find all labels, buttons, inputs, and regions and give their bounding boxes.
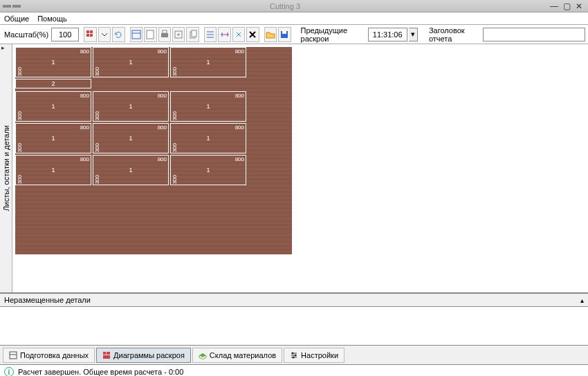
close-button[interactable]: ✕: [574, 1, 584, 11]
svg-rect-2: [86, 34, 89, 37]
cut-piece[interactable]: 1800300: [15, 123, 91, 153]
svg-rect-8: [163, 30, 167, 33]
export-icon[interactable]: [172, 27, 185, 42]
status-bar: i Расчет завершен. Общее время расчета -…: [0, 365, 588, 376]
cut-piece[interactable]: 1800300: [93, 155, 169, 185]
delete-icon[interactable]: [246, 27, 259, 42]
svg-rect-11: [192, 30, 196, 37]
status-text: Расчет завершен. Общее время расчета - 0…: [18, 368, 183, 376]
svg-rect-7: [161, 33, 168, 37]
menubar: Общие Помощь: [0, 12, 588, 25]
bottom-tabs: Подготовка данных Диаграммы раскроя Скла…: [0, 346, 588, 365]
time-dropdown[interactable]: ▾: [409, 28, 418, 41]
svg-rect-0: [86, 30, 89, 33]
info-icon: i: [4, 367, 14, 376]
report-title-input[interactable]: [483, 28, 585, 41]
time-display: 11:31:06: [368, 28, 407, 41]
previous-cuts-label: Предыдущие раскрои: [298, 26, 367, 43]
svg-point-30: [293, 356, 295, 358]
cut-piece[interactable]: 2: [15, 79, 91, 88]
cut-piece[interactable]: 1800300: [170, 91, 246, 122]
collapse-arrow-icon[interactable]: ▴: [580, 297, 584, 304]
print-icon[interactable]: [158, 27, 171, 42]
copy-icon[interactable]: [186, 27, 199, 42]
cut-piece[interactable]: 1800300: [170, 155, 246, 185]
tab-settings[interactable]: Настройки: [284, 348, 344, 363]
main-area: ▸ Листы, остатки и детали 18003001800300…: [0, 44, 588, 293]
svg-rect-4: [132, 30, 140, 39]
measure-icon[interactable]: [218, 27, 230, 42]
svg-rect-20: [10, 352, 17, 359]
cut-piece[interactable]: 1800300: [15, 155, 91, 185]
unplaced-title: Неразмещенные детали: [4, 296, 91, 304]
open-icon[interactable]: [264, 27, 277, 42]
svg-rect-1: [90, 30, 93, 33]
material-sheet[interactable]: 1800300180030018003002180030018003001800…: [15, 47, 292, 254]
titlebar: Cutting 3 — ▢ ✕: [0, 0, 588, 12]
refresh-icon[interactable]: [112, 27, 125, 42]
tab-cutting-diagrams[interactable]: Диаграммы раскроя: [96, 348, 191, 363]
rotate-icon[interactable]: [232, 27, 245, 42]
cut-piece[interactable]: 1800300: [15, 47, 91, 77]
side-panel-label: Листы, остатки и детали: [2, 121, 10, 215]
cutting-canvas[interactable]: 1800300180030018003002180030018003001800…: [12, 44, 588, 292]
menu-help[interactable]: Помощь: [37, 15, 67, 23]
dropdown-icon[interactable]: [98, 27, 111, 42]
cut-piece[interactable]: 1800300: [93, 91, 169, 122]
minimize-button[interactable]: —: [549, 1, 559, 11]
svg-point-28: [292, 352, 294, 354]
side-panel-tab[interactable]: ▸ Листы, остатки и детали: [0, 44, 12, 292]
grid-icon[interactable]: [84, 27, 96, 42]
doc-icon[interactable]: [144, 27, 156, 42]
svg-rect-3: [90, 34, 93, 37]
svg-point-29: [295, 354, 297, 356]
cut-piece[interactable]: 1800300: [93, 47, 169, 77]
window-title: Cutting 3: [21, 2, 549, 10]
svg-rect-6: [147, 30, 154, 39]
maximize-button[interactable]: ▢: [562, 1, 571, 11]
unplaced-panel-header[interactable]: Неразмещенные детали ▴: [0, 293, 588, 307]
svg-rect-22: [103, 352, 106, 355]
unplaced-panel-body: [0, 307, 588, 346]
align-icon[interactable]: [204, 27, 217, 42]
layout-icon[interactable]: [130, 27, 143, 42]
tab-data-prep[interactable]: Подготовка данных: [3, 348, 95, 363]
svg-rect-24: [103, 355, 110, 359]
cut-piece[interactable]: 1800300: [15, 91, 91, 122]
svg-rect-23: [107, 352, 110, 355]
save-icon[interactable]: [278, 27, 291, 42]
cut-piece[interactable]: 1800300: [170, 47, 246, 77]
sys-icons: [0, 5, 21, 8]
scale-label: Масштаб(%): [3, 30, 50, 39]
toolbar: Масштаб(%) Предыдущие раскрои 11:31:06 ▾…: [0, 25, 588, 44]
report-title-label: Заголовок отчета: [419, 26, 481, 43]
menu-general[interactable]: Общие: [4, 15, 29, 23]
cut-piece[interactable]: 1800300: [93, 123, 169, 153]
tab-materials-stock[interactable]: Склад материалов: [192, 348, 282, 363]
svg-rect-19: [282, 31, 286, 34]
cut-piece[interactable]: 1800300: [170, 123, 246, 153]
scale-input[interactable]: [51, 28, 79, 41]
expand-arrow-icon[interactable]: ▸: [1, 44, 5, 51]
